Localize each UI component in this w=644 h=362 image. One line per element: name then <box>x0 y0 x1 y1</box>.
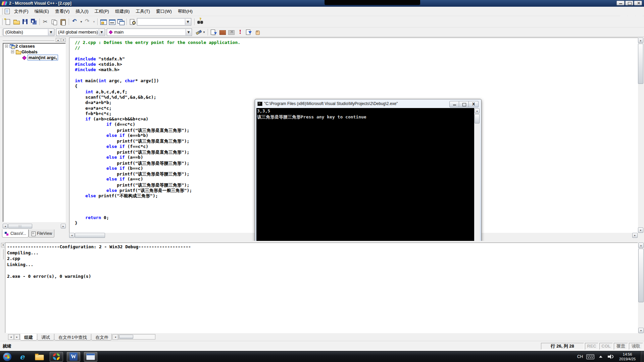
taskbar-explorer-button[interactable] <box>33 352 46 362</box>
menu-item[interactable]: 组建(B) <box>112 7 133 15</box>
tree-item[interactable]: main(int argc, <box>3 55 65 60</box>
open-button[interactable] <box>12 18 21 26</box>
console-window[interactable]: "C:\Program Files (x86)\Microsoft Visual… <box>255 99 482 248</box>
output-window-button[interactable] <box>108 18 116 26</box>
cascade-windows-button[interactable] <box>116 18 125 26</box>
members-filter-combo[interactable]: (All global members) ▼ <box>56 29 105 36</box>
member-combo[interactable]: main ▼ <box>107 29 192 36</box>
scroll-up-icon[interactable]: ▴ <box>638 243 644 248</box>
tabs-overflow-icon[interactable]: ◂ <box>112 334 118 340</box>
scroll-right-icon[interactable]: ▸ <box>61 224 66 228</box>
tree-item-label[interactable]: 2 classes <box>15 44 35 49</box>
copy-button[interactable] <box>50 18 59 26</box>
panel-expand-button[interactable]: ▴ <box>56 38 60 42</box>
show-desktop-button[interactable] <box>640 351 644 362</box>
tree-item[interactable]: Globals <box>3 49 65 55</box>
workspace-tab-fileview[interactable]: FileView <box>29 229 54 238</box>
scrollbar-thumb[interactable] <box>75 233 105 238</box>
undo-button[interactable] <box>70 18 79 26</box>
speaker-icon[interactable] <box>608 354 614 359</box>
output-tab-2[interactable]: 在文件1中查找 <box>54 334 91 341</box>
chevron-down-icon[interactable]: ▼ <box>186 29 191 35</box>
save-button[interactable] <box>21 18 30 26</box>
paste-button[interactable] <box>59 18 67 26</box>
output-horizontal-scrollbar[interactable] <box>118 334 155 340</box>
tabs-scroll-left-icon[interactable]: ◂ <box>8 334 14 340</box>
redo-button[interactable] <box>83 18 92 26</box>
scroll-down-icon[interactable]: ▾ <box>638 227 643 233</box>
scrollbar-thumb[interactable]: ||| <box>8 224 32 228</box>
workspace-window-button[interactable] <box>99 18 108 26</box>
language-indicator[interactable]: CH <box>577 354 583 359</box>
find-in-files-button[interactable] <box>128 18 137 26</box>
menubar-gripper[interactable] <box>1 8 2 15</box>
workspace-tab-classv[interactable]: ClassV... <box>2 229 29 238</box>
console-output-area[interactable]: 3,3,5该三角形是等腰三角形Press any key to continue… <box>256 108 480 246</box>
class-combo[interactable]: (Globals) ▼ <box>3 29 54 36</box>
mdi-document-icon[interactable] <box>5 9 10 14</box>
console-close-button[interactable] <box>469 101 479 107</box>
scroll-right-icon[interactable]: ▸ <box>632 233 638 238</box>
search-button[interactable] <box>196 18 205 26</box>
wizardbar-gripper[interactable] <box>1 29 2 36</box>
find-combo[interactable]: ▼ <box>137 18 191 25</box>
hidden-icons-chevron-icon[interactable] <box>599 356 602 358</box>
menu-item[interactable]: 插入(I) <box>72 7 91 15</box>
scroll-left-icon[interactable]: ◂ <box>3 224 8 228</box>
start-button[interactable] <box>3 352 12 361</box>
taskbar-app-pinwheel-button[interactable] <box>50 352 63 362</box>
chevron-down-icon[interactable]: ▼ <box>99 29 104 35</box>
taskbar-console-app-button[interactable] <box>84 352 97 362</box>
editor-vertical-scrollbar[interactable]: ▴ ▾ <box>638 38 644 233</box>
tree-expander-icon[interactable] <box>5 45 8 48</box>
redo-dropdown-caret[interactable]: ▾ <box>92 18 96 26</box>
output-gripper[interactable] <box>1 249 4 259</box>
menu-item[interactable]: 帮助(H) <box>175 7 196 15</box>
tree-expander-icon[interactable] <box>11 50 14 53</box>
stop-build-button[interactable] <box>227 28 236 36</box>
build-output[interactable]: --------------------Configuration: 2 - W… <box>5 243 638 333</box>
minimize-button[interactable] <box>616 1 625 5</box>
console-minimize-button[interactable] <box>449 101 459 107</box>
toolbar-gripper[interactable] <box>1 18 2 25</box>
execute-program-button[interactable] <box>236 28 244 36</box>
scrollbar-thumb[interactable] <box>119 335 133 339</box>
wizardbar-actions-button[interactable]: ▾ <box>194 28 206 36</box>
console-maximize-button[interactable] <box>459 101 469 107</box>
taskbar-clock[interactable]: 14:56 2019/4/25 <box>619 352 636 361</box>
scrollbar-thumb[interactable] <box>638 44 643 84</box>
scroll-left-icon[interactable]: ◂ <box>69 233 75 238</box>
menu-item[interactable]: 工程(P) <box>92 7 112 15</box>
output-tab-1[interactable]: 调试 <box>37 334 54 341</box>
tabs-scroll-right-icon[interactable]: ▸ <box>14 334 20 340</box>
taskbar-ie-button[interactable]: e <box>15 352 29 362</box>
menu-item[interactable]: 编辑(E) <box>32 7 52 15</box>
undo-dropdown-caret[interactable]: ▾ <box>79 18 83 26</box>
build-button[interactable] <box>218 28 227 36</box>
output-tab-0[interactable]: 组建 <box>20 334 37 341</box>
chevron-down-icon[interactable]: ▼ <box>185 19 191 25</box>
maximize-button[interactable] <box>625 1 633 5</box>
tree-item[interactable]: 2 classes <box>3 43 65 49</box>
tree-item-label[interactable]: main(int argc, <box>28 55 58 60</box>
scrollbar-thumb[interactable] <box>475 114 480 123</box>
menu-item[interactable]: 窗口(W) <box>153 7 175 15</box>
new-file-button[interactable] <box>3 18 12 26</box>
breakpoint-hand-button[interactable] <box>253 28 262 36</box>
scroll-down-icon[interactable]: ▾ <box>638 328 644 333</box>
panel-close-button[interactable]: × <box>61 38 66 42</box>
keyboard-icon[interactable] <box>586 354 594 359</box>
menu-item[interactable]: 工具(T) <box>133 7 153 15</box>
cut-button[interactable] <box>41 18 50 26</box>
go-button[interactable] <box>244 28 253 36</box>
workspace-horizontal-scrollbar[interactable]: ◂ ||| ▸ <box>3 223 66 229</box>
taskbar-word-button[interactable]: W <box>67 352 80 362</box>
close-button[interactable] <box>634 1 642 5</box>
scroll-up-icon[interactable]: ▴ <box>475 108 480 113</box>
tree-item-label[interactable]: Globals <box>21 49 38 54</box>
scrollbar-thumb[interactable] <box>638 249 644 302</box>
console-titlebar[interactable]: "C:\Program Files (x86)\Microsoft Visual… <box>255 99 481 108</box>
chevron-down-icon[interactable]: ▼ <box>48 29 54 35</box>
console-vertical-scrollbar[interactable]: ▴ ▾ <box>474 108 480 246</box>
menu-item[interactable]: 查看(V) <box>52 7 72 15</box>
